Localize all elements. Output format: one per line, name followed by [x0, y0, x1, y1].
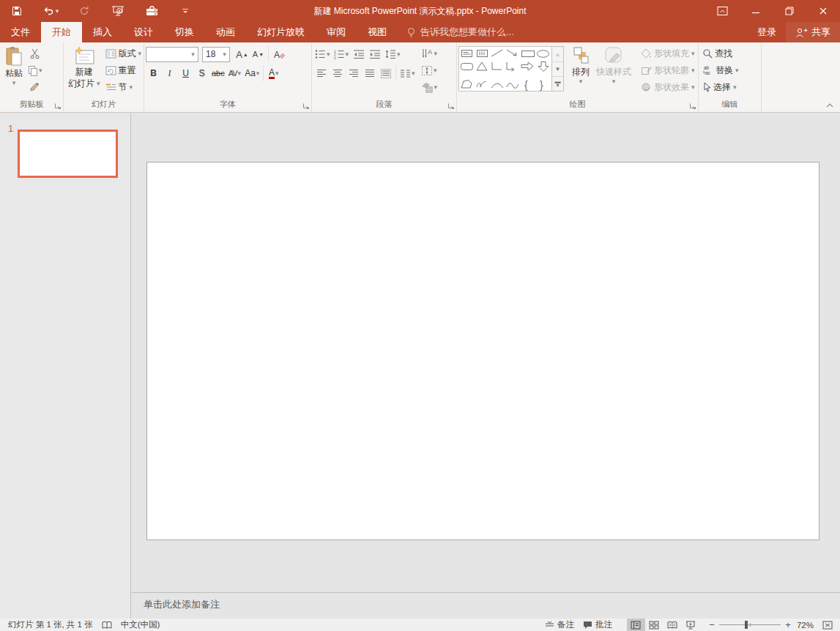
convert-to-smartart-button[interactable]: ▾	[420, 79, 439, 95]
paste-button[interactable]: 粘贴 ▾	[1, 45, 26, 88]
tab-animations[interactable]: 动画	[205, 22, 246, 42]
justify-button[interactable]	[362, 65, 377, 81]
tab-transitions[interactable]: 切换	[164, 22, 205, 42]
touch-mouse-mode-button[interactable]	[135, 0, 168, 22]
tab-view[interactable]: 视图	[357, 22, 398, 42]
share-button[interactable]: 共享	[786, 22, 840, 42]
slide-canvas[interactable]	[146, 162, 819, 540]
line-spacing-button[interactable]: ▾	[383, 46, 402, 62]
copy-button[interactable]: ▾	[26, 62, 44, 78]
bold-button[interactable]: B	[146, 65, 161, 81]
arrange-button[interactable]: 排列 ▾	[568, 45, 593, 86]
language-button[interactable]: 中文(中国)	[116, 619, 165, 631]
bullets-dropdown-icon[interactable]: ▾	[327, 51, 330, 58]
font-name-combobox[interactable]: ▾	[146, 47, 198, 62]
zoom-level-button[interactable]: 72%	[792, 619, 818, 631]
reading-view-button[interactable]	[664, 619, 682, 631]
dialog-launcher-icon[interactable]	[54, 102, 62, 110]
notes-toggle-button[interactable]: 备注	[540, 619, 579, 631]
cut-button[interactable]	[26, 45, 44, 61]
slideshow-view-button[interactable]	[682, 619, 700, 631]
text-shadow-button[interactable]: S	[194, 65, 209, 81]
dialog-launcher-icon[interactable]	[302, 102, 310, 110]
character-spacing-button[interactable]: AV ▾	[227, 65, 242, 81]
fit-slide-to-window-button[interactable]	[818, 619, 836, 631]
align-text-button[interactable]: ▾	[420, 62, 439, 78]
bullets-button[interactable]: ▾	[313, 46, 332, 62]
tab-design[interactable]: 设计	[123, 22, 164, 42]
shape-gallery[interactable]: { }	[458, 46, 552, 92]
font-name-dropdown-icon[interactable]: ▾	[188, 51, 198, 58]
customize-qat-button[interactable]	[168, 0, 202, 22]
normal-view-button[interactable]	[627, 619, 645, 631]
smartart-dropdown-icon[interactable]: ▾	[434, 84, 438, 91]
align-center-button[interactable]	[330, 65, 345, 81]
select-button[interactable]: 选择 ▾	[700, 79, 741, 95]
font-size-dropdown-icon[interactable]: ▾	[220, 51, 229, 58]
align-left-button[interactable]	[313, 65, 329, 81]
minimize-button[interactable]	[739, 0, 773, 22]
tab-file[interactable]: 文件	[0, 22, 41, 42]
find-button[interactable]: 查找	[700, 45, 741, 61]
distributed-button[interactable]	[378, 65, 393, 81]
tell-me-box[interactable]: 告诉我您想要做什么...	[406, 22, 514, 42]
replace-dropdown-icon[interactable]: ▾	[735, 67, 739, 74]
zoom-slider-thumb[interactable]	[745, 621, 748, 629]
font-color-dropdown-icon[interactable]: ▾	[275, 70, 279, 77]
dialog-launcher-icon[interactable]	[689, 102, 696, 110]
slide-thumbnail[interactable]	[18, 130, 118, 178]
tab-home[interactable]: 开始	[41, 22, 82, 42]
replace-button[interactable]: abac 替换 ▾	[700, 62, 741, 78]
align-text-dropdown-icon[interactable]: ▾	[434, 67, 437, 74]
columns-dropdown-icon[interactable]: ▾	[412, 70, 415, 77]
section-button[interactable]: 节 ▾	[103, 79, 144, 95]
increase-indent-button[interactable]	[367, 46, 382, 62]
undo-dropdown-icon[interactable]: ▾	[56, 8, 59, 15]
decrease-indent-button[interactable]	[351, 46, 366, 62]
increase-font-size-button[interactable]: A▲	[234, 46, 250, 62]
numbering-button[interactable]: 123 ▾	[332, 46, 351, 62]
paste-dropdown-icon[interactable]: ▾	[12, 80, 16, 86]
gallery-more-icon[interactable]: ▬▼	[552, 76, 563, 91]
columns-button[interactable]: ▾	[398, 65, 417, 81]
new-slide-dropdown-icon[interactable]: ▾	[97, 81, 100, 87]
notes-placeholder[interactable]: 单击此处添加备注	[144, 598, 220, 611]
gallery-scroll-down-icon[interactable]: ▼	[552, 61, 563, 76]
font-color-button[interactable]: A ▾	[266, 65, 281, 81]
zoom-slider[interactable]	[719, 624, 781, 625]
align-right-button[interactable]	[346, 65, 361, 81]
save-button[interactable]	[0, 0, 34, 22]
select-dropdown-icon[interactable]: ▾	[733, 84, 737, 91]
decrease-font-size-button[interactable]: A▼	[250, 46, 266, 62]
zoom-out-button[interactable]: −	[707, 619, 716, 630]
spell-check-button[interactable]	[97, 619, 116, 631]
line-spacing-dropdown-icon[interactable]: ▾	[397, 51, 401, 58]
text-direction-dropdown-icon[interactable]: ▾	[434, 51, 438, 57]
tab-review[interactable]: 审阅	[316, 22, 357, 42]
maximize-button[interactable]	[773, 0, 806, 22]
tab-insert[interactable]: 插入	[82, 22, 123, 42]
font-size-combobox[interactable]: 18 ▾	[202, 47, 230, 62]
numbering-dropdown-icon[interactable]: ▾	[346, 51, 349, 58]
start-from-beginning-button[interactable]	[101, 0, 135, 22]
sign-in-button[interactable]: 登录	[748, 22, 786, 42]
ribbon-display-options-button[interactable]	[705, 0, 739, 22]
collapse-ribbon-button[interactable]	[825, 102, 834, 109]
clear-formatting-button[interactable]: A	[271, 46, 286, 62]
arrange-dropdown-icon[interactable]: ▾	[579, 78, 583, 85]
slide-sorter-view-button[interactable]	[645, 619, 664, 631]
new-slide-button[interactable]: 新建 幻灯片 ▾	[65, 45, 103, 90]
strikethrough-button[interactable]: abc	[210, 65, 226, 81]
italic-button[interactable]: I	[162, 65, 177, 81]
zoom-in-button[interactable]: +	[784, 619, 792, 630]
notes-pane-divider[interactable]	[132, 592, 840, 593]
change-case-button[interactable]: Aa ▾	[243, 65, 261, 81]
layout-button[interactable]: 版式 ▾	[103, 45, 144, 61]
comments-toggle-button[interactable]: 批注	[579, 619, 617, 631]
undo-button[interactable]: ▾	[34, 0, 67, 22]
tab-slide-show[interactable]: 幻灯片放映	[246, 22, 316, 42]
dialog-launcher-icon[interactable]	[447, 102, 455, 110]
text-direction-button[interactable]: A ▾	[420, 45, 439, 61]
reset-button[interactable]: 重置	[103, 62, 144, 78]
underline-button[interactable]: U	[178, 65, 193, 81]
